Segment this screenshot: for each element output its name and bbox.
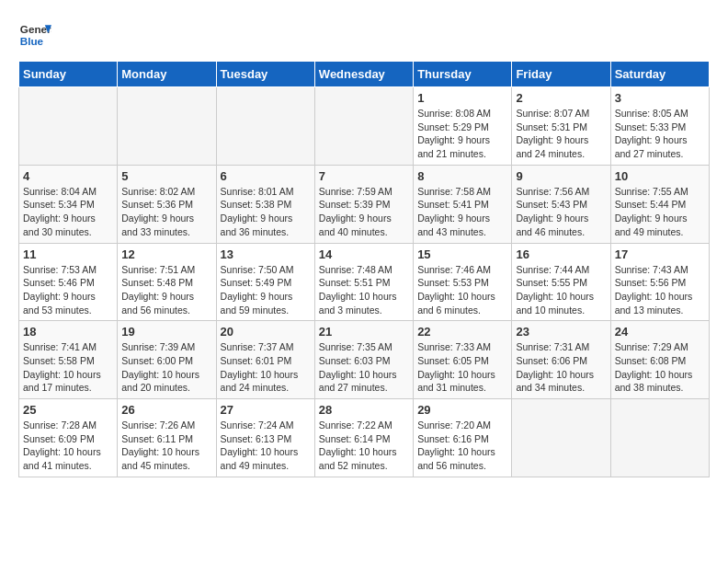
day-cell: 4Sunrise: 8:04 AM Sunset: 5:34 PM Daylig…: [19, 165, 118, 243]
day-cell: [118, 87, 216, 166]
day-info: Sunrise: 7:55 AM Sunset: 5:44 PM Dayligh…: [615, 185, 705, 239]
day-info: Sunrise: 7:50 AM Sunset: 5:49 PM Dayligh…: [221, 263, 311, 317]
day-info: Sunrise: 8:04 AM Sunset: 5:34 PM Dayligh…: [23, 185, 113, 239]
day-number: 13: [221, 247, 311, 261]
day-info: Sunrise: 8:01 AM Sunset: 5:38 PM Dayligh…: [221, 185, 311, 239]
day-number: 15: [417, 247, 507, 261]
day-number: 10: [615, 169, 705, 183]
logo: General Blue: [18, 18, 55, 52]
day-cell: [216, 87, 314, 166]
day-number: 24: [615, 325, 705, 339]
day-cell: 20Sunrise: 7:37 AM Sunset: 6:01 PM Dayli…: [216, 321, 314, 399]
day-info: Sunrise: 7:24 AM Sunset: 6:13 PM Dayligh…: [221, 419, 311, 473]
calendar-table: SundayMondayTuesdayWednesdayThursdayFrid…: [18, 61, 710, 477]
day-cell: [314, 87, 413, 166]
day-number: 22: [417, 325, 507, 339]
day-info: Sunrise: 7:31 AM Sunset: 6:06 PM Dayligh…: [516, 340, 606, 395]
week-row-2: 4Sunrise: 8:04 AM Sunset: 5:34 PM Daylig…: [19, 165, 710, 243]
day-cell: 28Sunrise: 7:22 AM Sunset: 6:14 PM Dayli…: [314, 399, 413, 477]
week-row-4: 18Sunrise: 7:41 AM Sunset: 5:58 PM Dayli…: [19, 321, 710, 399]
day-info: Sunrise: 7:44 AM Sunset: 5:55 PM Dayligh…: [516, 263, 606, 317]
day-number: 4: [23, 169, 113, 183]
day-cell: 21Sunrise: 7:35 AM Sunset: 6:03 PM Dayli…: [314, 321, 413, 399]
day-info: Sunrise: 7:26 AM Sunset: 6:11 PM Dayligh…: [121, 419, 211, 473]
weekday-header-row: SundayMondayTuesdayWednesdayThursdayFrid…: [19, 62, 710, 87]
day-number: 26: [121, 403, 211, 417]
day-cell: 3Sunrise: 8:05 AM Sunset: 5:33 PM Daylig…: [610, 87, 709, 166]
week-row-3: 11Sunrise: 7:53 AM Sunset: 5:46 PM Dayli…: [19, 243, 710, 321]
day-cell: 19Sunrise: 7:39 AM Sunset: 6:00 PM Dayli…: [118, 321, 216, 399]
weekday-header-sunday: Sunday: [19, 62, 118, 87]
weekday-header-wednesday: Wednesday: [314, 62, 413, 87]
day-info: Sunrise: 7:41 AM Sunset: 5:58 PM Dayligh…: [23, 340, 113, 395]
day-cell: [512, 399, 610, 477]
day-cell: 23Sunrise: 7:31 AM Sunset: 6:06 PM Dayli…: [512, 321, 610, 399]
day-info: Sunrise: 7:22 AM Sunset: 6:14 PM Dayligh…: [319, 419, 409, 473]
page-header: General Blue: [18, 18, 710, 52]
day-cell: 5Sunrise: 8:02 AM Sunset: 5:36 PM Daylig…: [118, 165, 216, 243]
weekday-header-saturday: Saturday: [610, 62, 709, 87]
day-number: 2: [516, 91, 606, 105]
day-info: Sunrise: 7:48 AM Sunset: 5:51 PM Dayligh…: [319, 263, 409, 317]
day-info: Sunrise: 7:37 AM Sunset: 6:01 PM Dayligh…: [221, 340, 311, 395]
day-number: 28: [319, 403, 409, 417]
day-number: 6: [221, 169, 311, 183]
day-info: Sunrise: 7:35 AM Sunset: 6:03 PM Dayligh…: [319, 340, 409, 395]
day-cell: 25Sunrise: 7:28 AM Sunset: 6:09 PM Dayli…: [19, 399, 118, 477]
day-info: Sunrise: 7:58 AM Sunset: 5:41 PM Dayligh…: [417, 185, 507, 239]
weekday-header-friday: Friday: [512, 62, 610, 87]
day-number: 17: [615, 247, 705, 261]
day-number: 23: [516, 325, 606, 339]
day-number: 12: [121, 247, 211, 261]
day-info: Sunrise: 8:02 AM Sunset: 5:36 PM Dayligh…: [121, 185, 211, 239]
day-number: 21: [319, 325, 409, 339]
day-cell: 7Sunrise: 7:59 AM Sunset: 5:39 PM Daylig…: [314, 165, 413, 243]
day-cell: 1Sunrise: 8:08 AM Sunset: 5:29 PM Daylig…: [414, 87, 512, 166]
day-info: Sunrise: 8:07 AM Sunset: 5:31 PM Dayligh…: [516, 107, 606, 161]
day-cell: 14Sunrise: 7:48 AM Sunset: 5:51 PM Dayli…: [314, 243, 413, 321]
day-info: Sunrise: 7:59 AM Sunset: 5:39 PM Dayligh…: [319, 185, 409, 239]
day-cell: 29Sunrise: 7:20 AM Sunset: 6:16 PM Dayli…: [414, 399, 512, 477]
day-cell: 17Sunrise: 7:43 AM Sunset: 5:56 PM Dayli…: [610, 243, 709, 321]
day-number: 20: [221, 325, 311, 339]
day-cell: [19, 87, 118, 166]
day-number: 1: [417, 91, 507, 105]
day-info: Sunrise: 7:39 AM Sunset: 6:00 PM Dayligh…: [121, 340, 211, 395]
week-row-1: 1Sunrise: 8:08 AM Sunset: 5:29 PM Daylig…: [19, 87, 710, 166]
day-info: Sunrise: 8:05 AM Sunset: 5:33 PM Dayligh…: [615, 107, 705, 161]
day-number: 29: [417, 403, 507, 417]
day-cell: 10Sunrise: 7:55 AM Sunset: 5:44 PM Dayli…: [610, 165, 709, 243]
day-cell: 6Sunrise: 8:01 AM Sunset: 5:38 PM Daylig…: [216, 165, 314, 243]
weekday-header-tuesday: Tuesday: [216, 62, 314, 87]
day-number: 3: [615, 91, 705, 105]
day-number: 25: [23, 403, 113, 417]
day-info: Sunrise: 7:46 AM Sunset: 5:53 PM Dayligh…: [417, 263, 507, 317]
day-cell: 22Sunrise: 7:33 AM Sunset: 6:05 PM Dayli…: [414, 321, 512, 399]
day-cell: 13Sunrise: 7:50 AM Sunset: 5:49 PM Dayli…: [216, 243, 314, 321]
day-info: Sunrise: 7:51 AM Sunset: 5:48 PM Dayligh…: [121, 263, 211, 317]
weekday-header-thursday: Thursday: [414, 62, 512, 87]
day-cell: 9Sunrise: 7:56 AM Sunset: 5:43 PM Daylig…: [512, 165, 610, 243]
svg-text:Blue: Blue: [20, 35, 44, 47]
day-cell: 15Sunrise: 7:46 AM Sunset: 5:53 PM Dayli…: [414, 243, 512, 321]
day-number: 11: [23, 247, 113, 261]
day-info: Sunrise: 7:53 AM Sunset: 5:46 PM Dayligh…: [23, 263, 113, 317]
day-number: 16: [516, 247, 606, 261]
day-info: Sunrise: 8:08 AM Sunset: 5:29 PM Dayligh…: [417, 107, 507, 161]
day-info: Sunrise: 7:56 AM Sunset: 5:43 PM Dayligh…: [516, 185, 606, 239]
day-info: Sunrise: 7:43 AM Sunset: 5:56 PM Dayligh…: [615, 263, 705, 317]
day-cell: 27Sunrise: 7:24 AM Sunset: 6:13 PM Dayli…: [216, 399, 314, 477]
weekday-header-monday: Monday: [118, 62, 216, 87]
day-cell: 24Sunrise: 7:29 AM Sunset: 6:08 PM Dayli…: [610, 321, 709, 399]
day-number: 9: [516, 169, 606, 183]
day-cell: [610, 399, 709, 477]
day-info: Sunrise: 7:33 AM Sunset: 6:05 PM Dayligh…: [417, 340, 507, 395]
day-cell: 2Sunrise: 8:07 AM Sunset: 5:31 PM Daylig…: [512, 87, 610, 166]
day-number: 14: [319, 247, 409, 261]
day-number: 8: [417, 169, 507, 183]
day-cell: 11Sunrise: 7:53 AM Sunset: 5:46 PM Dayli…: [19, 243, 118, 321]
day-cell: 16Sunrise: 7:44 AM Sunset: 5:55 PM Dayli…: [512, 243, 610, 321]
day-info: Sunrise: 7:20 AM Sunset: 6:16 PM Dayligh…: [417, 419, 507, 473]
logo-icon: General Blue: [18, 18, 51, 52]
day-cell: 26Sunrise: 7:26 AM Sunset: 6:11 PM Dayli…: [118, 399, 216, 477]
